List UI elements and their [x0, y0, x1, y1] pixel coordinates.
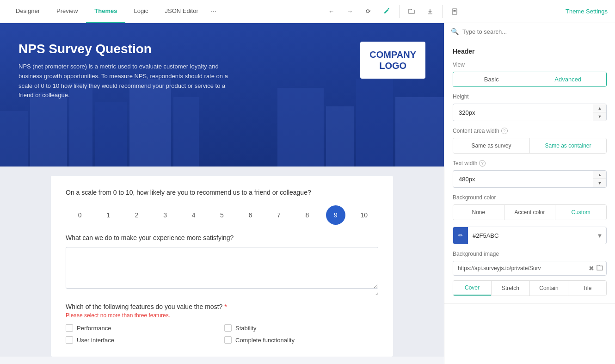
question3-text: Which of the following features do you v…: [66, 303, 378, 310]
clear-image-button[interactable]: ✖: [589, 265, 594, 272]
height-up-button[interactable]: ▲: [593, 104, 606, 112]
checkbox-cf-box[interactable]: [224, 336, 232, 344]
checkbox-performance[interactable]: Performance: [66, 324, 220, 332]
divider: [399, 5, 400, 18]
bg-none-button[interactable]: None: [453, 205, 504, 220]
color-dropdown-button[interactable]: ▼: [593, 227, 606, 244]
paint-button[interactable]: [379, 3, 395, 20]
header-section-title: Header: [453, 48, 607, 55]
tab-themes[interactable]: Themes: [86, 0, 125, 23]
checkbox-grid: Performance Stability User interface Com…: [66, 324, 378, 344]
page-navigation: ← Page 1 →: [0, 357, 444, 364]
text-width-up-button[interactable]: ▲: [593, 171, 606, 179]
survey-title: NPS Survey Question: [18, 42, 231, 56]
pencil-icon: ✏: [458, 232, 463, 239]
svg-rect-6: [95, 102, 127, 167]
text-width-info-icon[interactable]: ?: [479, 160, 486, 167]
fit-tile-button[interactable]: Tile: [568, 281, 606, 296]
nps-2[interactable]: 2: [127, 205, 147, 225]
checkbox-ui-label: User interface: [77, 337, 114, 344]
undo-button[interactable]: ←: [323, 3, 340, 20]
view-advanced-button[interactable]: Advanced: [530, 72, 607, 86]
content-area-label: Content area width ?: [453, 128, 607, 134]
svg-rect-11: [356, 79, 393, 167]
checkbox-ui-box[interactable]: [66, 336, 73, 344]
survey-card: On a scale from 0 to 10, how likely are …: [51, 176, 393, 357]
checkbox-stability[interactable]: Stability: [224, 324, 378, 332]
view-toggle-group[interactable]: Basic Advanced: [453, 72, 607, 87]
checkbox-performance-box[interactable]: [66, 324, 73, 332]
color-swatch[interactable]: ✏: [453, 227, 468, 244]
folder-image-button[interactable]: [596, 265, 603, 272]
tab-logic[interactable]: Logic: [125, 0, 156, 23]
main-area: NPS Survey Question NPS (net promoter sc…: [0, 23, 615, 364]
checkbox-complete-functionality[interactable]: Complete functionality: [224, 336, 378, 344]
bg-image-url-input[interactable]: https://api.surveyjs.io/private/Surv: [453, 261, 586, 275]
survey-body: On a scale from 0 to 10, how likely are …: [0, 167, 444, 364]
nps-10[interactable]: 10: [354, 205, 374, 225]
nps-6[interactable]: 6: [240, 205, 260, 225]
text-width-input[interactable]: 480px: [453, 172, 593, 186]
tab-json-editor[interactable]: JSON Editor: [157, 0, 207, 23]
content-area-info-icon[interactable]: ?: [501, 128, 508, 134]
top-navigation: Designer Preview Themes Logic JSON Edito…: [0, 0, 615, 23]
bg-accent-button[interactable]: Accent color: [504, 205, 555, 220]
folder-button[interactable]: [403, 3, 420, 20]
question1-text: On a scale from 0 to 10, how likely are …: [66, 189, 378, 196]
tab-designer[interactable]: Designer: [7, 0, 48, 23]
required-marker: *: [224, 303, 227, 310]
fit-contain-button[interactable]: Contain: [529, 281, 568, 296]
svg-rect-8: [173, 97, 199, 167]
nps-3[interactable]: 3: [155, 205, 175, 225]
bg-custom-button[interactable]: Custom: [555, 205, 606, 220]
fit-cover-button[interactable]: Cover: [453, 281, 491, 296]
height-down-button[interactable]: ▼: [593, 112, 606, 121]
color-value-input[interactable]: #2F5ABC: [468, 228, 593, 243]
view-label: View: [453, 62, 607, 68]
question2-text: What can we do to make your experience m…: [66, 234, 378, 241]
search-input[interactable]: [462, 28, 609, 35]
same-as-container-button[interactable]: Same as container: [529, 138, 606, 153]
survey-header-content: NPS Survey Question NPS (net promoter sc…: [18, 42, 231, 100]
height-input[interactable]: 320px: [453, 105, 593, 120]
download-button[interactable]: [422, 3, 438, 20]
redo-button[interactable]: →: [342, 3, 358, 20]
nps-0[interactable]: 0: [70, 205, 90, 225]
bg-color-group[interactable]: None Accent color Custom: [453, 204, 607, 220]
nps-4[interactable]: 4: [184, 205, 203, 225]
nps-8[interactable]: 8: [297, 205, 317, 225]
more-menu-button[interactable]: ···: [207, 7, 220, 16]
nps-1[interactable]: 1: [98, 205, 118, 225]
content-area-group[interactable]: Same as survey Same as container: [453, 138, 607, 154]
nps-9[interactable]: 9: [326, 205, 345, 225]
panel-search: 🔍: [444, 23, 615, 40]
refresh-button[interactable]: ⟳: [360, 3, 377, 20]
fit-stretch-button[interactable]: Stretch: [491, 281, 529, 296]
right-panel: 🔍 Header View Basic Advanced Height 320p…: [444, 23, 615, 364]
image-fit-group[interactable]: Cover Stretch Contain Tile: [453, 280, 607, 296]
resize-icon: ⌟: [66, 289, 378, 296]
bg-image-label: Background image: [453, 251, 607, 257]
survey-header: NPS Survey Question NPS (net promoter sc…: [0, 23, 444, 167]
checkbox-stability-box[interactable]: [224, 324, 232, 332]
panel-header-section: Header View Basic Advanced Height 320px …: [444, 40, 615, 304]
svg-rect-4: [30, 93, 67, 167]
book-button[interactable]: [446, 3, 463, 20]
open-text-input[interactable]: [66, 247, 378, 289]
svg-rect-9: [277, 88, 324, 167]
text-width-down-button[interactable]: ▼: [593, 179, 606, 187]
toolbar: ← → ⟳: [323, 3, 463, 20]
text-width-label: Text width ?: [453, 160, 607, 167]
tab-preview[interactable]: Preview: [48, 0, 86, 23]
svg-rect-3: [0, 111, 28, 167]
color-input-wrap: ✏ #2F5ABC ▼: [453, 227, 607, 244]
view-basic-button[interactable]: Basic: [453, 72, 530, 86]
checkbox-performance-label: Performance: [77, 325, 111, 332]
nps-scale[interactable]: 0 1 2 3 4 5 6 7 8 9 10: [66, 205, 378, 225]
nps-7[interactable]: 7: [269, 205, 289, 225]
checkbox-user-interface[interactable]: User interface: [66, 336, 220, 344]
same-as-survey-button[interactable]: Same as survey: [453, 138, 529, 153]
hint-text: Please select no more than three feature…: [66, 312, 378, 319]
bg-color-label: Background color: [453, 194, 607, 201]
nps-5[interactable]: 5: [212, 205, 232, 225]
